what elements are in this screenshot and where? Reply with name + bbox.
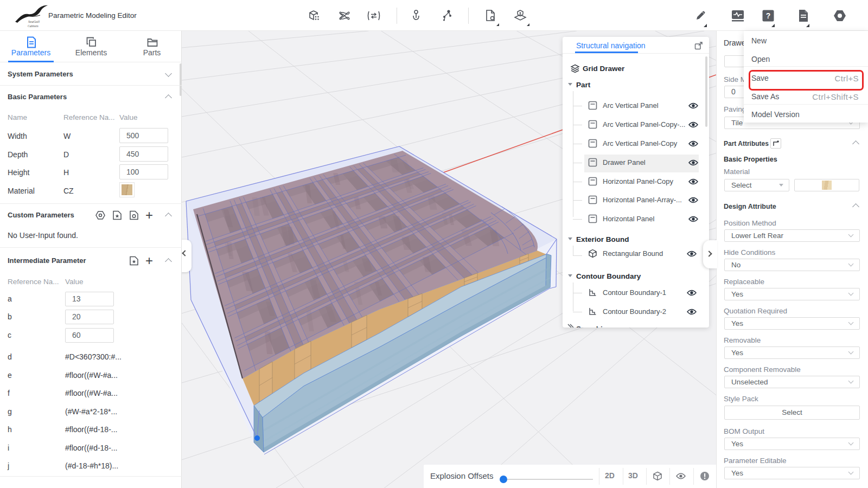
svg-text:SeaGull: SeaGull (28, 20, 40, 23)
svg-text:Cabinets: Cabinets (28, 24, 39, 28)
svg-text:?: ? (766, 11, 771, 20)
